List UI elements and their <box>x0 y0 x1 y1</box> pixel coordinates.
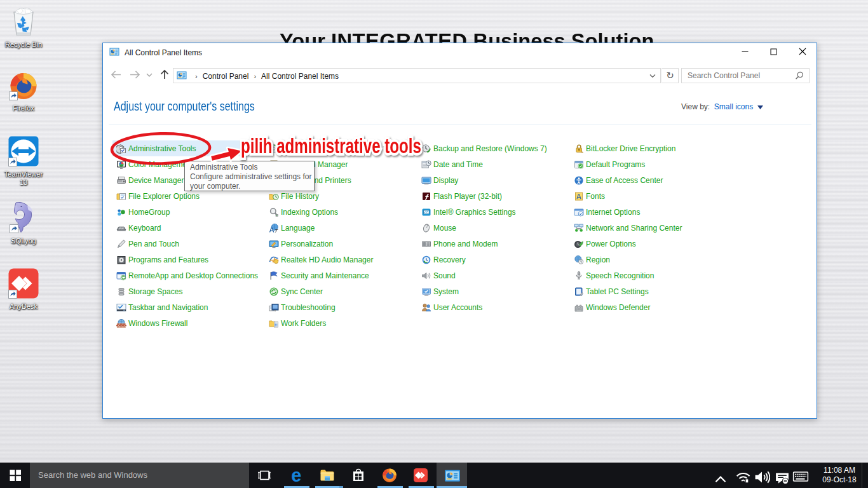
svg-text:e: e <box>291 467 301 484</box>
